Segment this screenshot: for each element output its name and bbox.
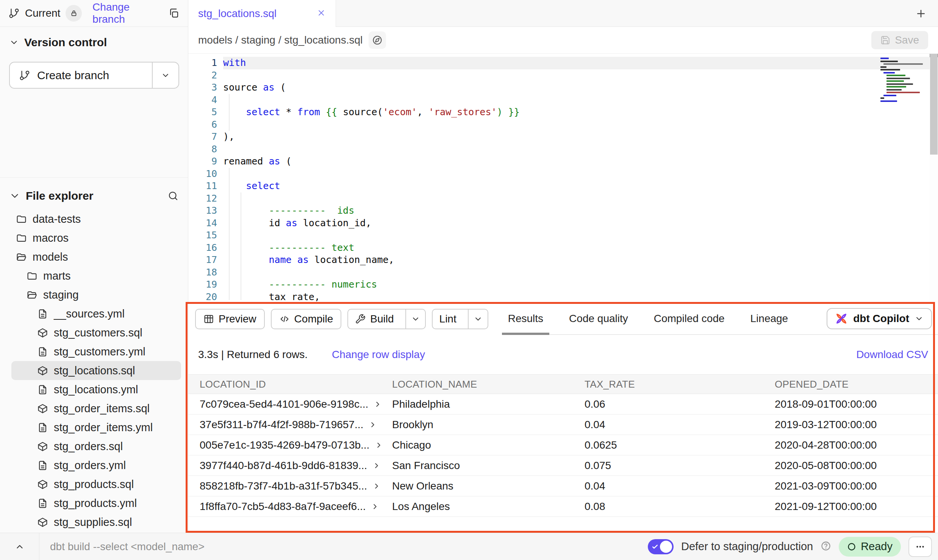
folder-icon [16, 233, 27, 244]
minimap-line [886, 92, 920, 93]
table-cell: 2019-03-12T00:00:00 [775, 419, 938, 431]
change-branch-link[interactable]: Change branch [92, 1, 163, 25]
folder-open-icon [27, 289, 38, 300]
close-tab-button[interactable] [317, 8, 326, 19]
file-tree-item-stg-products-yml[interactable]: stg_products.yml [11, 494, 181, 513]
folder-icon [16, 214, 27, 225]
expand-row-icon[interactable] [369, 421, 377, 429]
minimap-line [886, 83, 913, 85]
line-number: 12 [188, 192, 223, 205]
tab-compiled-code[interactable]: Compiled code [654, 303, 725, 334]
version-control-header[interactable]: Version control [9, 36, 179, 49]
defer-toggle[interactable] [648, 539, 674, 554]
file-tree-item-stg-products-sql[interactable]: stg_products.sql [11, 475, 181, 494]
code-line: 8 [188, 143, 938, 156]
lock-icon [70, 9, 78, 17]
code-line: 19 ---------- numerics [188, 278, 938, 291]
file-tree-item-stg-customers-yml[interactable]: stg_customers.yml [11, 342, 181, 361]
file-tree-item-stg-locations-sql[interactable]: stg_locations.sql [11, 361, 181, 380]
build-main[interactable]: Build [348, 310, 400, 328]
expand-row-icon[interactable] [372, 482, 381, 490]
line-text: select * from {{ source('ecom', 'raw_sto… [223, 106, 938, 119]
create-branch-dropdown[interactable] [152, 63, 178, 88]
file-tree-item-stg-customers-sql[interactable]: stg_customers.sql [11, 323, 181, 342]
file-tree-item-stg-order-items-sql[interactable]: stg_order_items.sql [11, 399, 181, 418]
code-line: 7), [188, 131, 938, 143]
file-tree-item-models[interactable]: models [11, 247, 181, 266]
download-csv-link[interactable]: Download CSV [856, 349, 928, 361]
compile-button[interactable]: Compile [271, 309, 342, 329]
command-input[interactable]: dbt build --select <model_name> [50, 541, 648, 553]
file-tree-item-stg-order-items-yml[interactable]: stg_order_items.yml [11, 418, 181, 437]
save-button[interactable]: Save [871, 31, 928, 49]
model-icon [37, 441, 48, 452]
ready-circle-icon [847, 542, 856, 551]
code-line: 10 [188, 168, 938, 180]
lint-button[interactable]: Lint [432, 309, 488, 329]
file-label: data-tests [33, 213, 81, 225]
create-branch-button[interactable]: Create branch [9, 62, 179, 89]
line-text [223, 119, 938, 131]
file-explorer-header[interactable]: File explorer [0, 185, 188, 207]
build-dropdown[interactable] [405, 310, 425, 328]
file-tree-item-stg-orders-yml[interactable]: stg_orders.yml [11, 456, 181, 475]
wrench-icon [355, 314, 366, 324]
chevron-down-icon [161, 71, 170, 80]
tab-lineage[interactable]: Lineage [750, 303, 788, 334]
line-text [223, 94, 938, 106]
code-line: 4 [188, 94, 938, 106]
tab-results[interactable]: Results [508, 303, 543, 334]
file-tree-item-stg-locations-yml[interactable]: stg_locations.yml [11, 380, 181, 399]
lineage-compass-button[interactable] [369, 31, 386, 49]
compile-label: Compile [294, 313, 333, 325]
tab-code-quality[interactable]: Code quality [569, 303, 628, 334]
expand-row-icon[interactable] [371, 502, 379, 511]
collapse-panel-button[interactable] [0, 533, 39, 560]
minimap-line [883, 63, 923, 65]
table-cell: 0.04 [585, 419, 775, 431]
expand-row-icon[interactable] [375, 441, 383, 449]
line-number: 4 [188, 94, 223, 106]
line-number: 2 [188, 69, 223, 82]
expand-row-icon[interactable] [372, 461, 381, 470]
create-branch-main[interactable]: Create branch [10, 69, 152, 82]
status-badge[interactable]: Ready [839, 537, 901, 557]
tab-stg-locations-sql[interactable]: stg_locations.sql [188, 0, 336, 27]
model-icon [37, 517, 48, 528]
chevron-up-icon [15, 542, 25, 552]
copy-icon[interactable] [168, 8, 180, 19]
preview-button[interactable]: Preview [195, 309, 265, 329]
dbt-copilot-label: dbt Copilot [853, 313, 909, 325]
file-tree-item-stg-supplies-sql[interactable]: stg_supplies.sql [11, 513, 181, 532]
file-tree-item-macros[interactable]: macros [11, 228, 181, 247]
breadcrumb-row: models / staging / stg_locations.sql Sav… [188, 27, 938, 54]
dbt-copilot-button[interactable]: dbt Copilot [827, 308, 932, 329]
help-button[interactable] [821, 541, 831, 553]
file-tree-item--sources-yml[interactable]: __sources.yml [11, 304, 181, 323]
line-text [223, 192, 938, 205]
lint-main[interactable]: Lint [433, 310, 463, 328]
file-label: stg_customers.sql [54, 327, 142, 339]
code-line: 18 [188, 266, 938, 279]
lint-dropdown[interactable] [468, 310, 488, 328]
build-button[interactable]: Build [347, 309, 425, 329]
file-tree-item-stg-orders-sql[interactable]: stg_orders.sql [11, 437, 181, 456]
code-editor[interactable]: 1with23source as (45 select * from {{ so… [188, 54, 938, 303]
new-tab-button[interactable] [914, 6, 928, 21]
file-label: stg_locations.yml [54, 383, 138, 396]
location-id-value: 005e7e1c-1935-4269-b479-0713b... [200, 439, 369, 451]
more-options-button[interactable] [908, 537, 932, 557]
code-line: 20 tax_rate, [188, 291, 938, 303]
minimap-line [880, 58, 889, 59]
file-tree-item-marts[interactable]: marts [11, 266, 181, 285]
editor-scrollbar[interactable] [930, 54, 938, 303]
search-icon[interactable] [167, 190, 179, 202]
file-tree-item-staging[interactable]: staging [11, 285, 181, 304]
file-tree-item-data-tests[interactable]: data-tests [11, 210, 181, 228]
line-number: 20 [188, 291, 223, 303]
change-row-display-link[interactable]: Change row display [332, 349, 425, 361]
version-control-title: Version control [24, 36, 107, 49]
expand-row-icon[interactable] [374, 400, 382, 408]
scrollbar-thumb[interactable] [930, 54, 938, 155]
line-text: name as location_name, [223, 254, 938, 266]
